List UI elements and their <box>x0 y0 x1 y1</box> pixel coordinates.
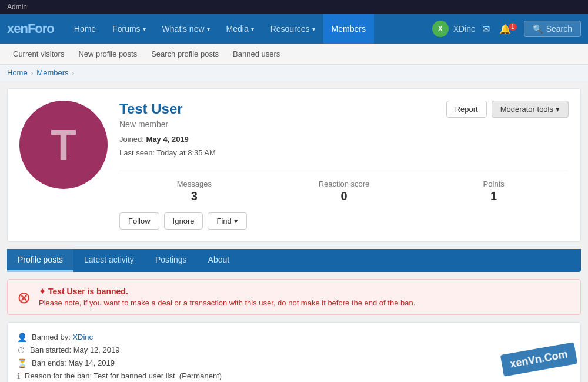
logo[interactable]: xenForo <box>7 21 54 36</box>
ban-end-icon: ⏳ <box>17 358 27 368</box>
tab-postings[interactable]: Postings <box>145 249 198 272</box>
ban-text: ✦ Test User is banned. Please note, if y… <box>39 287 415 307</box>
caret-icon: ▾ <box>312 26 315 32</box>
ban-detail-start: ⏱ Ban started: May 12, 2019 <box>17 344 571 357</box>
nav-username[interactable]: XDinc <box>453 24 475 34</box>
ban-details: 👤 Banned by: XDinc ⏱ Ban started: May 12… <box>7 322 581 382</box>
moderator-caret-icon: ▾ <box>556 105 560 114</box>
tab-latest-activity[interactable]: Latest activity <box>74 249 145 272</box>
admin-bar: Admin <box>0 0 588 14</box>
ban-detail-end: ⏳ Ban ends: May 14, 2019 <box>17 357 571 370</box>
notification-icon[interactable]: 🔔1 <box>497 21 519 37</box>
breadcrumb: Home › Members › <box>0 65 588 81</box>
joined-value: May 4, 2019 <box>146 135 189 144</box>
profile-top-right: Report Moderator tools ▾ <box>446 101 569 118</box>
caret-icon: ▾ <box>143 26 146 32</box>
profile-tabs: Profile posts Latest activity Postings A… <box>7 249 581 272</box>
last-seen-label: Last seen: <box>119 148 155 157</box>
ban-start-icon: ⏱ <box>17 346 25 355</box>
sub-nav-search-profile-posts[interactable]: Search profile posts <box>145 44 225 65</box>
caret-icon: ▾ <box>251 26 254 32</box>
nav-item-members[interactable]: Members <box>323 14 374 44</box>
breadcrumb-members[interactable]: Members <box>36 68 68 77</box>
find-caret-icon: ▾ <box>234 217 238 225</box>
profile-title: New member <box>119 119 569 129</box>
profile-area: T Test User New member Joined: May 4, 20… <box>7 88 581 242</box>
sub-nav: Current visitors New profile posts Searc… <box>0 44 588 65</box>
nav-item-resources[interactable]: Resources ▾ <box>262 14 323 44</box>
ban-icon: ⊗ <box>17 288 31 307</box>
profile-info: Test User New member Joined: May 4, 2019… <box>119 101 569 230</box>
mail-icon[interactable]: ✉ <box>480 21 492 37</box>
report-button[interactable]: Report <box>446 101 487 118</box>
stat-points: Points 1 <box>419 180 569 203</box>
nav-item-whats-new[interactable]: What's new ▾ <box>154 14 218 44</box>
nav-item-home[interactable]: Home <box>66 14 104 44</box>
find-button[interactable]: Find ▾ <box>208 212 246 230</box>
nav-items: Home Forums ▾ What's new ▾ Media ▾ Resou… <box>66 14 432 44</box>
profile-stats: Messages 3 Reaction score 0 Points 1 <box>119 170 569 203</box>
ban-detail-banned-by: 👤 Banned by: XDinc <box>17 331 571 344</box>
ban-description: Please note, if you want to make a deal … <box>39 298 415 307</box>
moderator-tools-button[interactable]: Moderator tools ▾ <box>492 101 569 118</box>
nav-item-forums[interactable]: Forums ▾ <box>104 14 153 44</box>
main-nav: xenForo Home Forums ▾ What's new ▾ Media… <box>0 14 588 44</box>
last-seen-value: Today at 8:35 AM <box>156 148 215 157</box>
caret-icon: ▾ <box>207 26 210 32</box>
stat-messages: Messages 3 <box>119 180 269 203</box>
admin-label: Admin <box>7 3 27 11</box>
breadcrumb-sep-1: › <box>31 69 34 77</box>
ban-reason-icon: ℹ <box>17 371 20 381</box>
content-area: ⊗ ✦ Test User is banned. Please note, if… <box>7 279 581 382</box>
sub-nav-banned-users[interactable]: Banned users <box>227 44 286 65</box>
search-icon: 🔍 <box>533 24 543 34</box>
tab-about[interactable]: About <box>198 249 240 272</box>
tab-profile-posts[interactable]: Profile posts <box>7 249 74 272</box>
sub-nav-new-profile-posts[interactable]: New profile posts <box>72 44 143 65</box>
ignore-button[interactable]: Ignore <box>164 212 203 230</box>
ban-detail-reason: ℹ Reason for the ban: Test for banned us… <box>17 370 571 382</box>
ban-title: ✦ Test User is banned. <box>39 287 415 296</box>
search-button[interactable]: 🔍 Search <box>524 21 581 37</box>
joined-label: Joined: <box>119 135 144 144</box>
breadcrumb-sep-2: › <box>72 69 75 77</box>
nav-item-media[interactable]: Media ▾ <box>218 14 262 44</box>
profile-meta: Joined: May 4, 2019 Last seen: Today at … <box>119 132 569 160</box>
banned-by-icon: 👤 <box>17 333 27 342</box>
breadcrumb-home[interactable]: Home <box>7 68 28 77</box>
user-avatar-nav[interactable]: X <box>432 21 449 37</box>
follow-button[interactable]: Follow <box>119 212 159 230</box>
ban-notice: ⊗ ✦ Test User is banned. Please note, if… <box>7 279 581 315</box>
profile-avatar: T <box>19 101 108 189</box>
sub-nav-current-visitors[interactable]: Current visitors <box>7 44 70 65</box>
banner-username-link[interactable]: XDinc <box>72 333 93 341</box>
notification-badge: 1 <box>509 23 517 31</box>
stat-reaction-score: Reaction score 0 <box>269 180 419 203</box>
profile-actions: Follow Ignore Find ▾ <box>119 212 569 230</box>
nav-right: X XDinc ✉ 🔔1 🔍 Search <box>432 21 581 37</box>
